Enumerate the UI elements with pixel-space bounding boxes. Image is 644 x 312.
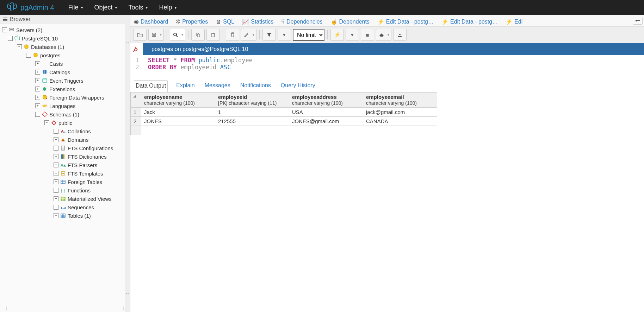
tree-node[interactable]: Event Triggers — [1, 76, 130, 85]
clear-button[interactable] — [376, 29, 391, 41]
tree-node[interactable]: Materialized Views — [1, 195, 130, 203]
cell[interactable]: Jack — [141, 108, 215, 117]
menu-help[interactable]: Help▼ — [159, 4, 177, 11]
tab-dependencies[interactable]: ☟Dependencies — [280, 17, 323, 26]
cell[interactable]: JONES — [141, 117, 215, 126]
stop-button[interactable]: ■ — [361, 29, 374, 41]
tab-dependents[interactable]: ☝Dependents — [330, 17, 370, 26]
tree-node[interactable]: FTS Templates — [1, 169, 130, 178]
grid-corner[interactable]: ◢ — [131, 93, 141, 108]
collapse-icon[interactable] — [8, 36, 13, 41]
filter-dropdown[interactable]: ▾ — [278, 29, 291, 41]
tab-dashboard[interactable]: ◉Dashboard — [133, 17, 169, 26]
expand-icon[interactable] — [35, 87, 40, 91]
collapse-icon[interactable] — [26, 53, 31, 58]
tree-node[interactable]: Schemas (1) — [1, 110, 130, 119]
cell[interactable]: JONES@gmail.com — [289, 117, 363, 126]
expand-icon[interactable] — [54, 179, 58, 184]
menu-object[interactable]: Object▼ — [94, 4, 118, 11]
tree-node[interactable]: Domains — [1, 135, 130, 144]
tree-node[interactable]: Servers (2) — [1, 26, 130, 34]
tree-node[interactable]: FTS Dictionaries — [1, 152, 130, 161]
column-header[interactable]: employeenamecharacter varying (100) — [141, 93, 215, 108]
execute-dropdown[interactable]: ▾ — [346, 29, 359, 41]
collapse-icon[interactable] — [2, 27, 7, 32]
tab-sql[interactable]: 🗎SQL — [215, 17, 235, 26]
menu-tools[interactable]: Tools▼ — [128, 4, 148, 11]
filter-button[interactable] — [262, 29, 276, 41]
tree-node[interactable]: postgres — [1, 51, 130, 59]
expand-icon[interactable] — [54, 163, 58, 167]
column-header[interactable]: employeeemailcharacter varying (100) — [363, 93, 437, 108]
collapse-icon[interactable] — [17, 44, 22, 49]
edit-button[interactable] — [241, 29, 256, 41]
save-button[interactable] — [148, 29, 164, 41]
sql-editor[interactable]: 1 SELECT * FROM public.employee 2 ORDER … — [130, 55, 644, 78]
expand-icon[interactable] — [54, 146, 58, 151]
row-number[interactable]: 2 — [131, 117, 141, 126]
collapse-icon[interactable] — [44, 120, 49, 125]
tree-node[interactable]: FTS Configurations — [1, 144, 130, 152]
tree-node[interactable]: PostgreSQL 10 — [1, 34, 130, 43]
expand-icon[interactable] — [35, 70, 40, 75]
tree-node[interactable]: Casts — [1, 59, 130, 68]
sidebar-hscroll[interactable]: 〈 〉 — [0, 305, 130, 312]
table-row[interactable]: 2JONES212555JONES@gmail.comCANADA — [131, 117, 437, 126]
copy-button[interactable] — [191, 29, 205, 41]
tree-node[interactable]: AB↓Collations — [1, 127, 130, 135]
cell[interactable]: USA — [289, 108, 363, 117]
tab-notifications[interactable]: Notifications — [239, 80, 272, 92]
tree-node[interactable]: Extensions — [1, 85, 130, 93]
result-grid[interactable]: ◢employeenamecharacter varying (100)empl… — [130, 92, 437, 135]
scroll-left-icon[interactable]: 〈 — [3, 305, 8, 312]
column-header[interactable]: employeeid[PK] character varying (11) — [215, 93, 289, 108]
expand-icon[interactable] — [35, 103, 40, 108]
cell[interactable]: 1 — [215, 108, 289, 117]
collapse-icon[interactable] — [35, 112, 40, 117]
tree-node[interactable]: 1..3Sequences — [1, 203, 130, 211]
cell[interactable]: jack@gmail.com — [363, 108, 437, 117]
menu-file[interactable]: File▼ — [68, 4, 84, 11]
cell[interactable]: CANADA — [363, 117, 437, 126]
execute-button[interactable]: ⚡ — [330, 29, 344, 41]
cell[interactable]: 212555 — [215, 117, 289, 126]
expand-icon[interactable] — [35, 61, 40, 66]
tree-node[interactable]: public — [1, 119, 130, 127]
tab-data-output[interactable]: Data Output — [134, 80, 168, 92]
tree-node[interactable]: Foreign Tables — [1, 178, 130, 186]
tree-node[interactable]: AaFTS Parsers — [1, 161, 130, 169]
tab-query-history[interactable]: Query History — [279, 80, 317, 92]
expand-icon[interactable] — [35, 95, 40, 100]
expand-icon[interactable] — [54, 205, 58, 210]
tab-edit-data-2[interactable]: ⚡Edit Data - postg… — [441, 17, 499, 26]
expand-icon[interactable] — [54, 196, 58, 201]
tab-messages[interactable]: Messages — [203, 80, 232, 92]
collapse-icon[interactable] — [54, 213, 58, 218]
object-tree[interactable]: Servers (2)PostgreSQL 10Databases (1)pos… — [0, 24, 130, 305]
tab-edit-data-3[interactable]: ⚡Edi — [505, 17, 523, 26]
column-header[interactable]: employeeaddresscharacter varying (100) — [289, 93, 363, 108]
scroll-up-icon[interactable]: ︿ — [125, 38, 130, 46]
expand-icon[interactable] — [54, 129, 58, 134]
tree-node[interactable]: { }Functions — [1, 186, 130, 195]
table-row[interactable]: 1Jack1USAjack@gmail.com — [131, 108, 437, 117]
row-number[interactable]: 1 — [131, 108, 141, 117]
pin-icon[interactable] — [130, 43, 143, 55]
tab-explain[interactable]: Explain — [175, 80, 196, 92]
expand-icon[interactable] — [54, 171, 58, 176]
sidebar-scrollbar[interactable]: ︿ ﹀ — [125, 24, 130, 312]
tab-properties[interactable]: ✲Properties — [175, 17, 209, 26]
tab-statistics[interactable]: 📈Statistics — [241, 17, 274, 26]
tree-node[interactable]: Tables (1) — [1, 211, 130, 220]
scroll-down-icon[interactable]: ﹀ — [125, 290, 130, 298]
find-button[interactable] — [170, 29, 185, 41]
delete-button[interactable] — [226, 29, 239, 41]
expand-icon[interactable] — [54, 154, 58, 159]
paste-button[interactable] — [206, 29, 220, 41]
expand-icon[interactable] — [35, 78, 40, 83]
tree-node[interactable]: Catalogs — [1, 68, 130, 76]
table-row-empty[interactable] — [131, 126, 437, 135]
limit-select[interactable]: No limit — [293, 29, 324, 41]
expand-icon[interactable] — [54, 137, 58, 142]
tab-edit-data-1[interactable]: ⚡Edit Data - postg… — [377, 17, 434, 26]
